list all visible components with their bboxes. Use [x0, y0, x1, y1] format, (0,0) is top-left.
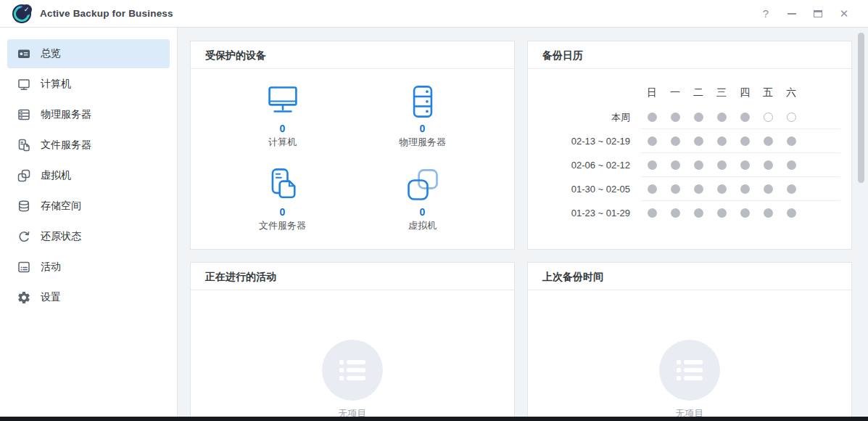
sidebar-item-label: 设置	[41, 291, 61, 304]
backup-day-dot-filled	[671, 208, 680, 218]
calendar-day-header: 日	[640, 86, 664, 99]
backup-calendar-card: 备份日历 日一二三四五六 本周02-13 ~ 02-1902-06 ~ 02-1…	[527, 41, 852, 250]
card-title: 备份日历	[528, 41, 851, 69]
backup-day-dot-filled	[717, 184, 727, 194]
backup-day-dot-filled	[717, 208, 727, 218]
device-label: 文件服务器	[259, 219, 306, 232]
sidebar-item-activity[interactable]: 活动	[7, 253, 170, 282]
calendar-day-header: 六	[780, 86, 803, 99]
backup-day-dot-filled	[787, 136, 796, 146]
calendar-week-label: 02-13 ~ 02-19	[542, 136, 640, 147]
computer-icon	[17, 77, 31, 91]
last-backup-time-card: 上次备份时间 无项目	[527, 262, 852, 421]
calendar-row: 01-30 ~ 02-05	[542, 177, 851, 201]
ongoing-activities-body: 无项目	[191, 290, 514, 420]
help-icon[interactable]: ?	[761, 9, 771, 19]
device-label: 计算机	[264, 136, 302, 149]
device-tile-computer[interactable]: 0 计算机	[264, 81, 302, 149]
backup-day-dot-filled	[740, 113, 750, 122]
backup-day-dot-filled	[787, 184, 796, 194]
app-window: ✓ Active Backup for Business ? ✕ 总览	[0, 0, 868, 421]
vertical-scrollbar-thumb[interactable]	[858, 33, 864, 183]
ongoing-activities-card: 正在进行的活动 无项目	[190, 262, 515, 421]
calendar-week-label: 02-06 ~ 02-12	[542, 160, 640, 171]
backup-day-dot-filled	[740, 160, 750, 170]
device-label: 虚拟机	[404, 219, 442, 232]
backup-day-dot-filled	[694, 113, 703, 122]
device-tile-virtual-machine[interactable]: 0 虚拟机	[404, 165, 442, 232]
sidebar-item-virtual-machine[interactable]: 虚拟机	[7, 161, 170, 190]
sidebar-item-physical-server[interactable]: 物理服务器	[7, 100, 170, 129]
calendar-day-header: 二	[687, 86, 710, 99]
device-count: 0	[259, 206, 306, 218]
last-backup-time-body: 无项目	[528, 290, 851, 420]
backup-day-dot-filled	[764, 136, 773, 146]
file-server-icon	[17, 138, 31, 152]
minimize-icon[interactable]	[787, 9, 797, 19]
sidebar-item-computer[interactable]: 计算机	[7, 70, 170, 99]
calendar-dot-row	[640, 105, 840, 129]
virtual-machine-device-icon	[404, 168, 442, 203]
sidebar-item-storage[interactable]: 存储空间	[7, 192, 170, 221]
app-title: Active Backup for Business	[40, 8, 173, 19]
backup-day-dot-filled	[648, 160, 657, 170]
sidebar-item-label: 虚拟机	[41, 169, 71, 182]
settings-icon	[17, 290, 31, 305]
backup-day-dot-filled	[787, 208, 796, 218]
device-tile-file-server[interactable]: 0 文件服务器	[259, 165, 306, 232]
sidebar: 总览 计算机 物理服务器	[0, 28, 178, 421]
backup-day-dot-filled	[764, 160, 773, 170]
calendar-row: 本周	[542, 105, 851, 129]
calendar-row: 02-13 ~ 02-19	[542, 129, 851, 153]
backup-day-dot-filled	[764, 208, 773, 218]
physical-server-icon	[17, 107, 31, 122]
calendar-dot-row	[640, 129, 840, 153]
sidebar-item-label: 计算机	[41, 78, 71, 91]
sidebar-item-overview[interactable]: 总览	[7, 39, 170, 68]
close-icon[interactable]: ✕	[839, 9, 849, 19]
maximize-icon[interactable]	[813, 9, 823, 19]
title-bar: ✓ Active Backup for Business ? ✕	[0, 0, 868, 28]
sidebar-item-file-server[interactable]: 文件服务器	[7, 131, 170, 160]
protected-devices-body: 0 计算机	[191, 69, 514, 249]
computer-device-icon	[264, 84, 302, 119]
sidebar-item-restore-status[interactable]: 还原状态	[7, 222, 170, 251]
backup-day-dot-filled	[671, 113, 680, 122]
device-count: 0	[404, 206, 442, 218]
sidebar-item-settings[interactable]: 设置	[7, 283, 170, 312]
card-title: 正在进行的活动	[191, 263, 514, 290]
sidebar-item-label: 还原状态	[41, 230, 81, 243]
backup-day-dot-filled	[694, 208, 703, 218]
backup-day-dot-filled	[694, 160, 703, 170]
window-bottom-edge	[0, 417, 868, 421]
overview-icon	[17, 46, 31, 61]
backup-day-dot-filled	[671, 160, 680, 170]
calendar-rows: 本周02-13 ~ 02-1902-06 ~ 02-1201-30 ~ 02-0…	[528, 105, 851, 225]
backup-day-dot-filled	[740, 136, 750, 146]
device-count: 0	[264, 123, 302, 134]
backup-day-dot-filled	[648, 208, 657, 218]
calendar-row: 02-06 ~ 02-12	[542, 153, 851, 177]
device-tile-physical-server[interactable]: 0 物理服务器	[399, 81, 446, 149]
backup-day-dot-filled	[694, 184, 703, 194]
backup-day-dot-filled	[717, 160, 727, 170]
backup-day-dot-filled	[717, 136, 727, 146]
backup-day-dot-filled	[648, 136, 657, 146]
backup-day-dot-empty	[787, 113, 796, 122]
calendar-week-label: 01-30 ~ 02-05	[542, 184, 640, 195]
backup-day-dot-filled	[787, 160, 796, 170]
backup-day-dot-empty	[764, 113, 773, 122]
main-content: 受保护的设备 0 计算机	[178, 28, 868, 421]
calendar-dot-row	[640, 177, 840, 201]
storage-icon	[17, 199, 31, 213]
sidebar-item-label: 活动	[41, 261, 61, 274]
calendar-week-label: 01-23 ~ 01-29	[542, 208, 640, 218]
backup-calendar-body: 日一二三四五六 本周02-13 ~ 02-1902-06 ~ 02-1201-3…	[528, 69, 851, 225]
card-title: 上次备份时间	[528, 263, 851, 290]
calendar-day-headers: 日一二三四五六	[640, 81, 840, 105]
backup-day-dot-filled	[764, 184, 773, 194]
backup-day-dot-filled	[671, 136, 680, 146]
calendar-day-header: 三	[710, 86, 733, 99]
calendar-day-header: 四	[733, 86, 756, 99]
calendar-day-header: 一	[664, 86, 687, 99]
